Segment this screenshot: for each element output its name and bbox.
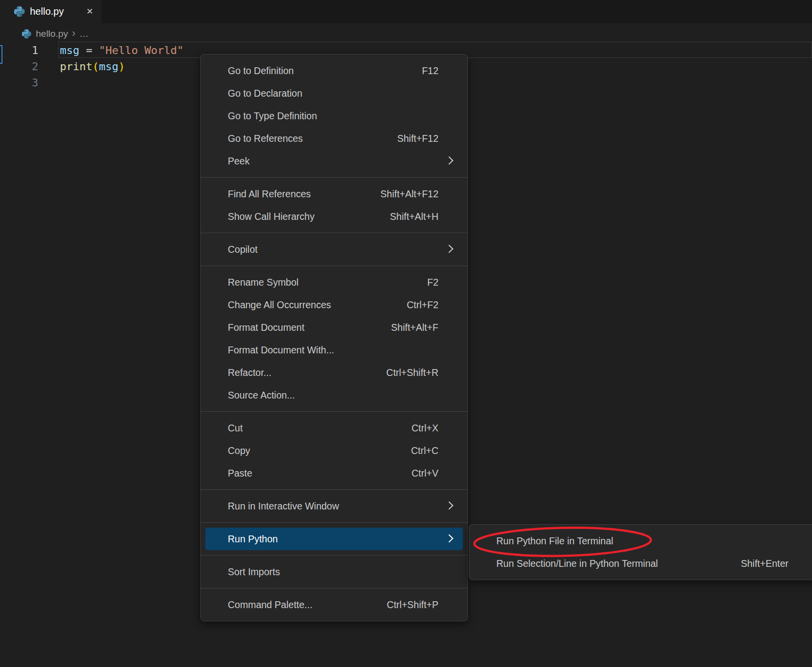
menu-item-label: Format Document	[228, 322, 304, 333]
context-menu-separator	[201, 522, 467, 523]
menu-item-shortcut: Ctrl+X	[411, 423, 438, 434]
context-menu-separator	[201, 233, 467, 233]
menu-item-label: Peek	[228, 156, 249, 167]
context-menu-item-peek[interactable]: Peek	[205, 150, 463, 172]
context-menu-item-refactor[interactable]: Refactor...Ctrl+Shift+R	[205, 361, 463, 384]
code-text: print(msg)	[60, 58, 125, 75]
context-menu-separator	[201, 555, 467, 556]
menu-item-shortcut: F2	[427, 277, 438, 288]
menu-item-label: Find All References	[228, 188, 311, 200]
context-menu-separator	[201, 489, 467, 490]
breadcrumb-chevron-icon: ›	[72, 28, 76, 39]
menu-item-label: Cut	[228, 423, 243, 434]
menu-item-label: Run Python File in Terminal	[496, 535, 613, 547]
menu-item-label: Go to Declaration	[228, 88, 302, 99]
code-text: msg = "Hello World"	[60, 42, 184, 58]
menu-item-label: Sort Imports	[228, 566, 280, 578]
context-menu-item-show-call-hierarchy[interactable]: Show Call HierarchyShift+Alt+H	[205, 205, 463, 228]
menu-item-shortcut: Ctrl+Shift+P	[387, 599, 438, 611]
tab-bar: hello.py ✕	[0, 0, 812, 23]
code-token: =	[80, 44, 99, 56]
context-menu-separator	[201, 411, 467, 412]
menu-item-label: Go to References	[228, 133, 303, 144]
context-menu-item-find-all-references[interactable]: Find All ReferencesShift+Alt+F12	[205, 183, 463, 205]
run-python-submenu: Run Python File in TerminalRun Selection…	[469, 524, 812, 580]
vscode-window: hello.py ✕ hello.py › … 1msg = "Hello Wo…	[0, 0, 812, 667]
submenu-chevron-icon	[445, 534, 454, 543]
context-menu-item-go-to-references[interactable]: Go to ReferencesShift+F12	[205, 127, 463, 150]
menu-item-label: Run Selection/Line in Python Terminal	[496, 558, 658, 569]
menu-item-label: Run in Interactive Window	[228, 501, 339, 512]
menu-item-label: Run Python	[228, 534, 278, 545]
context-menu-separator	[201, 588, 467, 588]
breadcrumb-file[interactable]: hello.py	[36, 28, 68, 39]
menu-item-shortcut: Ctrl+V	[411, 468, 438, 479]
context-menu-item-rename-symbol[interactable]: Rename SymbolF2	[205, 271, 463, 293]
menu-item-shortcut: Ctrl+Shift+R	[386, 367, 438, 378]
menu-item-shortcut: Ctrl+C	[411, 445, 438, 456]
menu-item-shortcut: Shift+F12	[397, 133, 438, 144]
run-submenu-item-run-python-file-in-terminal[interactable]: Run Python File in Terminal	[474, 530, 812, 552]
menu-item-shortcut: F12	[422, 65, 438, 77]
menu-item-label: Paste	[228, 468, 252, 479]
menu-item-label: Refactor...	[228, 367, 271, 378]
context-menu-separator	[201, 177, 467, 178]
menu-item-label: Rename Symbol	[228, 277, 298, 288]
menu-item-label: Source Action...	[228, 390, 295, 401]
context-menu-item-go-to-declaration[interactable]: Go to Declaration	[205, 82, 463, 105]
run-submenu-item-run-selection-line-in-python-terminal[interactable]: Run Selection/Line in Python TerminalShi…	[474, 552, 812, 575]
context-menu-item-format-document-with[interactable]: Format Document With...	[205, 339, 463, 361]
context-menu-item-change-all-occurrences[interactable]: Change All OccurrencesCtrl+F2	[205, 293, 463, 316]
context-menu-item-cut[interactable]: CutCtrl+X	[205, 417, 463, 439]
line-number: 1	[0, 42, 38, 58]
python-breadcrumb-icon	[22, 29, 31, 39]
code-token: msg	[60, 44, 80, 56]
menu-item-shortcut: Shift+Alt+F12	[380, 188, 438, 200]
line-number: 2	[0, 58, 38, 75]
code-token: msg	[99, 60, 118, 73]
context-menu-item-run-in-interactive-window[interactable]: Run in Interactive Window	[205, 495, 463, 517]
editor-context-menu: Go to DefinitionF12Go to DeclarationGo t…	[200, 54, 468, 621]
context-menu-item-copilot[interactable]: Copilot	[205, 238, 463, 261]
menu-item-label: Go to Type Definition	[228, 110, 317, 122]
menu-item-shortcut: Shift+Alt+H	[390, 211, 438, 222]
context-menu-item-source-action[interactable]: Source Action...	[205, 384, 463, 406]
submenu-chevron-icon	[445, 245, 454, 253]
code-token: "Hello World"	[99, 44, 184, 56]
context-menu-item-go-to-definition[interactable]: Go to DefinitionF12	[205, 59, 463, 82]
submenu-chevron-icon	[445, 157, 454, 165]
context-menu-item-sort-imports[interactable]: Sort Imports	[205, 560, 463, 583]
menu-item-label: Go to Definition	[228, 65, 294, 77]
context-menu-separator	[201, 266, 467, 266]
menu-item-label: Command Palette...	[228, 599, 312, 611]
code-token: print	[60, 60, 92, 73]
tab-label: hello.py	[30, 6, 64, 17]
context-menu-item-command-palette[interactable]: Command Palette...Ctrl+Shift+P	[205, 593, 463, 616]
menu-item-shortcut: Ctrl+F2	[407, 299, 438, 311]
context-menu-item-copy[interactable]: CopyCtrl+C	[205, 439, 463, 462]
menu-item-shortcut: Shift+Alt+F	[391, 322, 438, 333]
context-menu-item-format-document[interactable]: Format DocumentShift+Alt+F	[205, 316, 463, 339]
menu-item-label: Copilot	[228, 244, 258, 255]
tab-hello-py[interactable]: hello.py ✕	[0, 0, 102, 23]
menu-item-shortcut: Shift+Enter	[741, 558, 788, 569]
context-menu-item-run-python[interactable]: Run Python	[205, 528, 463, 550]
context-menu-item-paste[interactable]: PasteCtrl+V	[205, 462, 463, 484]
line-number: 3	[0, 75, 38, 91]
submenu-chevron-icon	[445, 502, 454, 510]
menu-item-label: Copy	[228, 445, 250, 456]
menu-item-label: Format Document With...	[228, 345, 334, 356]
python-file-icon	[14, 6, 25, 17]
menu-item-label: Show Call Hierarchy	[228, 211, 315, 222]
tab-close-icon[interactable]: ✕	[85, 6, 95, 17]
breadcrumb: hello.py › …	[0, 23, 812, 44]
context-menu-item-go-to-type-definition[interactable]: Go to Type Definition	[205, 105, 463, 127]
code-token: (	[92, 60, 99, 73]
code-token: )	[118, 60, 125, 73]
menu-item-label: Change All Occurrences	[228, 299, 331, 311]
breadcrumb-tail[interactable]: …	[80, 28, 89, 39]
